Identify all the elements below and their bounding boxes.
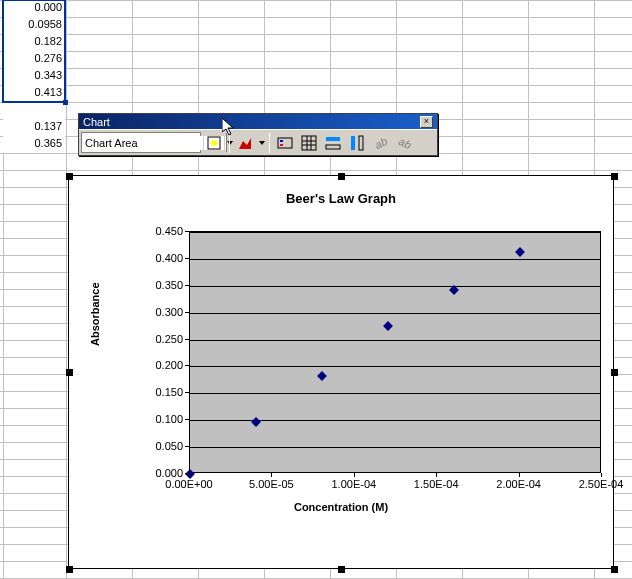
svg-rect-6 [302, 136, 316, 150]
data-point[interactable] [383, 321, 393, 331]
resize-handle[interactable] [66, 369, 73, 376]
x-tick-label: 2.50E-04 [566, 478, 632, 490]
svg-rect-13 [351, 136, 355, 150]
cell[interactable]: 0.137 [3, 119, 65, 136]
fill-handle[interactable] [63, 100, 68, 105]
svg-text:ab: ab [373, 135, 389, 151]
resize-handle[interactable] [611, 369, 618, 376]
y-tick-label: 0.200 [133, 359, 183, 371]
data-table-icon[interactable] [298, 132, 320, 153]
separator [229, 133, 230, 153]
toolbar-titlebar[interactable]: Chart × [79, 114, 437, 129]
resize-handle[interactable] [338, 566, 345, 573]
angle-ccw-icon[interactable]: ab [394, 132, 416, 153]
svg-rect-4 [280, 140, 283, 142]
data-point[interactable] [251, 418, 261, 428]
cell[interactable]: 0.276 [3, 51, 65, 68]
separator [269, 133, 270, 153]
cell[interactable]: 0.182 [3, 34, 65, 51]
cell[interactable]: 0.0958 [3, 17, 65, 34]
y-tick-label: 0.400 [133, 252, 183, 264]
legend-icon[interactable] [274, 132, 296, 153]
angle-cw-icon[interactable]: ab [370, 132, 392, 153]
y-tick-label: 0.150 [133, 386, 183, 398]
cell[interactable]: 0.413 [3, 85, 65, 102]
x-tick-label: 5.00E-05 [236, 478, 306, 490]
y-tick-label: 0.300 [133, 306, 183, 318]
y-tick-label: 0.450 [133, 225, 183, 237]
svg-rect-3 [278, 138, 292, 148]
resize-handle[interactable] [66, 173, 73, 180]
svg-text:ab: ab [397, 135, 413, 151]
svg-marker-2 [239, 138, 251, 149]
chart-type-icon[interactable] [234, 132, 256, 153]
cell[interactable]: 0.365 [3, 136, 65, 153]
y-tick-label: 0.100 [133, 413, 183, 425]
toolbar-title: Chart [83, 116, 110, 128]
y-axis-label[interactable]: Absorbance [89, 282, 101, 346]
x-tick-label: 2.00E-04 [484, 478, 554, 490]
svg-rect-12 [326, 145, 340, 149]
resize-handle[interactable] [611, 566, 618, 573]
format-object-icon[interactable] [203, 132, 225, 153]
chart-type-dropdown-icon[interactable] [258, 132, 265, 153]
cell[interactable] [3, 102, 65, 119]
data-point[interactable] [317, 371, 327, 381]
x-tick-label: 1.50E-04 [401, 478, 471, 490]
chart-objects-combo[interactable] [81, 132, 201, 153]
cell[interactable]: 0.000 [3, 0, 65, 17]
x-axis-label[interactable]: Concentration (M) [69, 501, 613, 513]
resize-handle[interactable] [338, 173, 345, 180]
data-point[interactable] [515, 247, 525, 257]
svg-point-1 [211, 140, 217, 146]
chart-title[interactable]: Beer's Law Graph [69, 176, 613, 206]
x-tick-label: 0.00E+00 [154, 478, 224, 490]
cell[interactable]: 0.343 [3, 68, 65, 85]
y-tick-label: 0.050 [133, 440, 183, 452]
svg-rect-5 [280, 144, 283, 146]
resize-handle[interactable] [611, 173, 618, 180]
chart-object[interactable]: Beer's Law Graph Absorbance Concentratio… [68, 175, 614, 569]
y-tick-label: 0.250 [133, 333, 183, 345]
close-icon[interactable]: × [420, 116, 433, 128]
by-column-icon[interactable] [346, 132, 368, 153]
by-row-icon[interactable] [322, 132, 344, 153]
resize-handle[interactable] [66, 566, 73, 573]
svg-rect-14 [359, 136, 363, 150]
plot-area[interactable] [189, 231, 601, 473]
y-tick-label: 0.350 [133, 279, 183, 291]
x-tick-label: 1.00E-04 [319, 478, 389, 490]
chart-toolbar: Chart × ab ab [78, 113, 438, 156]
svg-rect-11 [326, 137, 340, 141]
